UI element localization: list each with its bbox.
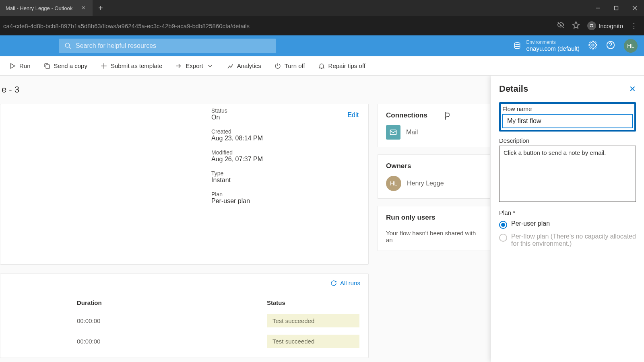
environment-picker[interactable]: Environments enayu.com (default) [513, 39, 580, 52]
incognito-badge[interactable]: Incognito [587, 21, 623, 30]
help-icon[interactable] [606, 41, 615, 51]
browser-tab[interactable]: Mail - Henry Legge - Outlook × [0, 0, 93, 16]
menu-icon[interactable]: ⋮ [630, 21, 638, 30]
plan-field-label: Plan * [499, 209, 636, 216]
flowname-input[interactable] [502, 114, 633, 128]
description-label: Description [499, 137, 636, 144]
cmd-label: Run [19, 62, 31, 69]
plan-per-user-radio[interactable]: Per-user plan [499, 220, 636, 229]
star-icon[interactable] [572, 21, 580, 31]
window-controls [588, 0, 644, 16]
created-value: Aug 23, 08:14 PM [211, 135, 359, 142]
page-content: e - 3 Edit StatusOn CreatedAug 23, 08:14… [0, 76, 644, 362]
url-text[interactable]: ca4-cde8-4d8b-bcb8-897b1a5d8b63/flows/a9… [3, 23, 557, 29]
repair-tips-button[interactable]: Repair tips off [312, 59, 371, 73]
runs-table: Duration Status 00:00:00 Test succeeded … [8, 294, 360, 352]
status-value: On [211, 114, 359, 121]
connections-card: Connections Mail [378, 104, 490, 147]
submit-template-button[interactable]: Submit as template [95, 59, 168, 73]
eye-off-icon[interactable] [557, 21, 565, 31]
type-label: Type [211, 170, 359, 177]
plan-per-flow-radio[interactable]: Per-flow plan (There's no capacity alloc… [499, 233, 636, 247]
search-box[interactable] [59, 39, 276, 53]
minimize-icon[interactable] [588, 0, 607, 16]
env-name: enayu.com (default) [526, 45, 580, 52]
svg-rect-0 [615, 6, 618, 10]
export-icon [175, 62, 182, 70]
connection-item[interactable]: Mail [386, 125, 482, 140]
command-bar: Run Send a copy Submit as template Expor… [0, 56, 644, 76]
cmd-label: Send a copy [54, 62, 87, 69]
svg-point-4 [515, 43, 520, 45]
new-tab-button[interactable]: + [93, 4, 109, 13]
all-runs-link[interactable]: All runs [8, 280, 360, 286]
owners-heading: Owners [386, 162, 482, 170]
refresh-icon [330, 280, 337, 286]
database-icon [513, 42, 521, 50]
runs-card: All runs Duration Status 00:00:00 Test s… [0, 274, 369, 358]
svg-point-3 [65, 43, 70, 47]
env-label: Environments [526, 39, 580, 45]
table-row[interactable]: 00:00:00 Test succeeded [9, 311, 359, 331]
owner-name: Henry Legge [407, 180, 444, 187]
copy-icon [43, 62, 51, 70]
run-duration: 00:00:00 [77, 331, 266, 351]
cmd-label: Analytics [237, 62, 261, 69]
description-input[interactable] [499, 146, 636, 202]
radio-label: Per-flow plan (There's no capacity alloc… [511, 233, 636, 247]
cmd-label: Repair tips off [328, 62, 365, 69]
play-icon [9, 62, 16, 70]
modified-label: Modified [211, 149, 359, 156]
close-tab-icon[interactable]: × [80, 4, 87, 12]
all-runs-label: All runs [340, 280, 360, 286]
run-only-text: Your flow hasn't been shared with an [386, 230, 482, 243]
run-status: Test succeeded [267, 314, 359, 327]
user-avatar[interactable]: HL [624, 39, 638, 53]
plan-value: Per-user plan [211, 197, 359, 205]
chart-icon [227, 62, 234, 70]
maximize-icon[interactable] [607, 0, 625, 16]
run-only-card: Run only users Your flow hasn't been sha… [378, 206, 490, 251]
radio-icon [499, 234, 507, 242]
svg-rect-7 [46, 65, 50, 68]
details-panel: Details ✕ Flow name Description Plan * P… [491, 76, 644, 362]
address-bar: ca4-cde8-4d8b-bcb8-897b1a5d8b63/flows/a9… [0, 16, 644, 35]
template-icon [100, 62, 107, 70]
power-icon [274, 62, 281, 70]
browser-titlebar: Mail - Henry Legge - Outlook × + [0, 0, 644, 16]
gear-icon[interactable] [588, 41, 597, 51]
search-icon [64, 42, 72, 49]
table-row[interactable]: 00:00:00 Test succeeded [9, 331, 359, 351]
created-label: Created [211, 128, 359, 135]
plan-label: Plan [211, 191, 359, 197]
turn-off-button[interactable]: Turn off [268, 59, 311, 73]
close-icon[interactable]: ✕ [629, 84, 636, 94]
connection-name: Mail [406, 129, 418, 136]
status-label: Status [211, 107, 359, 114]
owner-avatar: HL [386, 176, 401, 191]
svg-point-2 [592, 25, 594, 27]
tab-title: Mail - Henry Legge - Outlook [6, 5, 72, 11]
panel-title: Details [499, 84, 528, 94]
app-header: Environments enayu.com (default) HL [0, 35, 644, 56]
run-only-heading: Run only users [386, 214, 482, 222]
cmd-label: Export [186, 62, 203, 69]
flowname-label: Flow name [502, 105, 633, 112]
radio-label: Per-user plan [511, 220, 550, 227]
close-window-icon[interactable] [625, 0, 644, 16]
run-status: Test succeeded [267, 335, 359, 348]
search-input[interactable] [76, 42, 270, 49]
run-button[interactable]: Run [3, 59, 36, 73]
incognito-label: Incognito [599, 23, 623, 29]
send-copy-button[interactable]: Send a copy [38, 59, 93, 73]
owner-item[interactable]: HL Henry Legge [386, 176, 482, 191]
export-button[interactable]: Export [169, 59, 219, 73]
cmd-label: Submit as template [111, 62, 162, 69]
edit-link[interactable]: Edit [347, 111, 359, 119]
modified-value: Aug 26, 07:37 PM [211, 156, 359, 163]
details-card: Edit StatusOn CreatedAug 23, 08:14 PM Mo… [0, 104, 369, 265]
cmd-label: Turn off [285, 62, 305, 69]
mail-icon [386, 125, 400, 140]
run-duration: 00:00:00 [77, 311, 266, 331]
analytics-button[interactable]: Analytics [221, 59, 267, 73]
